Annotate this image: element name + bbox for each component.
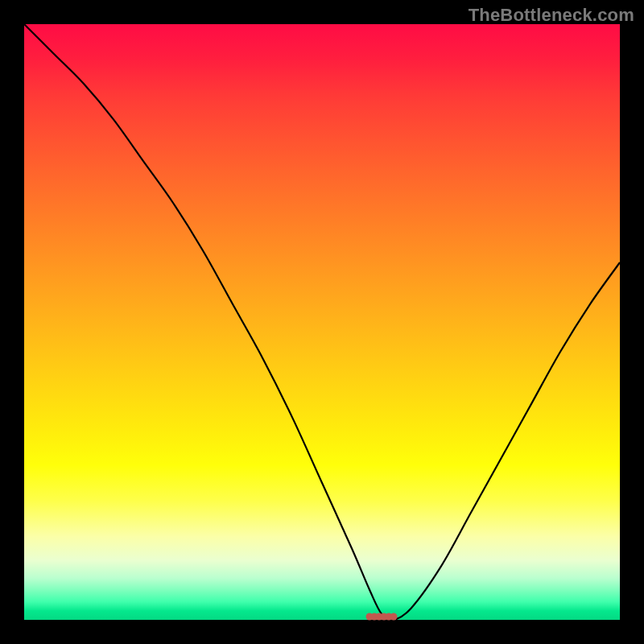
bottleneck-curve	[24, 24, 620, 620]
watermark-text: TheBottleneck.com	[469, 5, 634, 26]
curve-path	[24, 24, 620, 620]
plot-area	[24, 24, 620, 620]
chart-container: TheBottleneck.com	[0, 0, 644, 644]
marker-dot	[390, 613, 398, 621]
